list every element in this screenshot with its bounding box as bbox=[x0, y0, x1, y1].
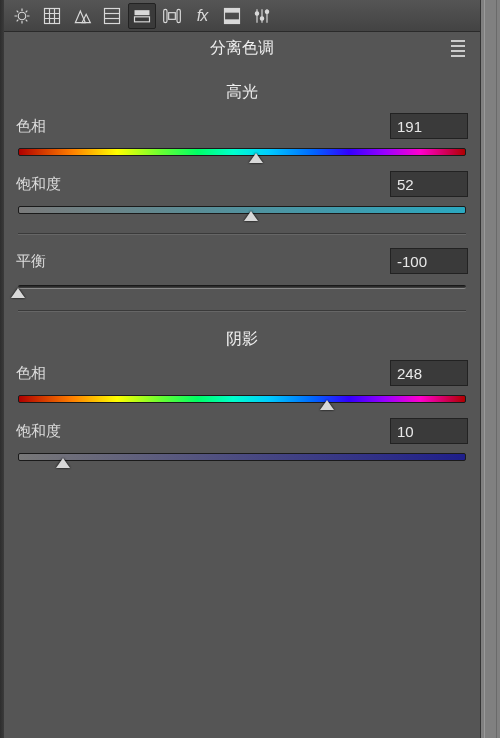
svg-marker-2 bbox=[75, 11, 85, 23]
divider bbox=[18, 310, 466, 311]
svg-rect-10 bbox=[177, 9, 180, 22]
shadows-hue-slider[interactable] bbox=[18, 392, 466, 408]
tone-curve-icon[interactable] bbox=[38, 3, 66, 29]
panel-title: 分离色调 bbox=[210, 38, 274, 59]
shadows-saturation-label: 饱和度 bbox=[16, 422, 61, 441]
svg-rect-4 bbox=[105, 8, 120, 23]
svg-point-19 bbox=[260, 16, 263, 19]
highlights-hue-value[interactable]: 191 bbox=[390, 113, 468, 139]
highlights-saturation-label: 饱和度 bbox=[16, 175, 61, 194]
basic-icon[interactable] bbox=[8, 3, 36, 29]
hsl-icon[interactable] bbox=[98, 3, 126, 29]
detail-icon[interactable] bbox=[68, 3, 96, 29]
balance-slider[interactable] bbox=[18, 280, 466, 296]
shadows-hue-control: 色相 248 bbox=[16, 360, 468, 408]
presets-icon[interactable] bbox=[248, 3, 276, 29]
shadows-saturation-slider[interactable] bbox=[18, 450, 466, 466]
svg-rect-13 bbox=[225, 8, 240, 12]
highlights-saturation-value[interactable]: 52 bbox=[390, 171, 468, 197]
panel-toolbar: fx bbox=[4, 0, 480, 32]
highlights-saturation-control: 饱和度 52 bbox=[16, 171, 468, 219]
svg-rect-11 bbox=[169, 12, 176, 19]
svg-rect-8 bbox=[135, 16, 150, 21]
svg-rect-14 bbox=[225, 19, 240, 23]
highlights-saturation-slider[interactable] bbox=[18, 203, 466, 219]
lens-icon[interactable] bbox=[158, 3, 186, 29]
svg-rect-1 bbox=[45, 8, 60, 23]
shadows-saturation-value[interactable]: 10 bbox=[390, 418, 468, 444]
balance-value[interactable]: -100 bbox=[390, 248, 468, 274]
svg-rect-7 bbox=[135, 10, 150, 15]
highlights-hue-label: 色相 bbox=[16, 117, 46, 136]
highlights-hue-control: 色相 191 bbox=[16, 113, 468, 161]
highlights-hue-slider[interactable] bbox=[18, 145, 466, 161]
panel-menu-icon[interactable] bbox=[448, 38, 468, 58]
highlights-heading: 高光 bbox=[16, 82, 468, 103]
svg-point-0 bbox=[18, 12, 26, 20]
divider bbox=[18, 233, 466, 234]
right-scroll-area[interactable] bbox=[480, 0, 500, 738]
svg-point-18 bbox=[255, 11, 258, 14]
shadows-heading: 阴影 bbox=[16, 329, 468, 350]
shadows-saturation-control: 饱和度 10 bbox=[16, 418, 468, 466]
svg-point-20 bbox=[265, 10, 268, 13]
balance-label: 平衡 bbox=[16, 252, 46, 271]
svg-rect-9 bbox=[164, 9, 167, 22]
balance-control: 平衡 -100 bbox=[16, 248, 468, 296]
fx-icon[interactable]: fx bbox=[188, 3, 216, 29]
split-tone-icon[interactable] bbox=[128, 3, 156, 29]
shadows-hue-label: 色相 bbox=[16, 364, 46, 383]
split-toning-panel: 分离色调 高光 色相 191 饱和度 5 bbox=[4, 32, 480, 738]
shadows-hue-value[interactable]: 248 bbox=[390, 360, 468, 386]
calibration-icon[interactable] bbox=[218, 3, 246, 29]
